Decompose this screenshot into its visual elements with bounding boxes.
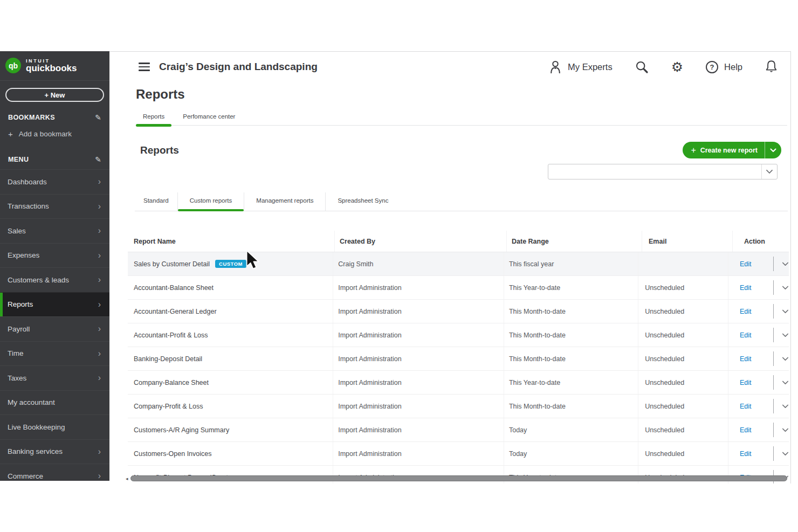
edit-menu-pencil-icon[interactable]: ✎ [95, 155, 101, 164]
sidebar-item-transactions[interactable]: Transactions › [0, 194, 109, 219]
add-bookmark-button[interactable]: + Add a bookmark [0, 125, 109, 147]
edit-link[interactable]: Edit [740, 426, 754, 434]
email-cell: Unscheduled [638, 323, 728, 347]
report-category-tabs: Standard Custom reports Management repor… [135, 192, 788, 211]
create-report-dropdown-toggle[interactable] [765, 142, 781, 158]
main-content: Craig’s Design and Landscaping My Expert… [109, 51, 791, 483]
email-cell: Unscheduled [638, 347, 728, 370]
help-button[interactable]: ? Help [706, 61, 742, 73]
new-button[interactable]: + New [5, 88, 104, 102]
report-name: Company-Balance Sheet [134, 379, 209, 386]
tab-spreadsheet-sync[interactable]: Spreadsheet Sync [325, 192, 400, 211]
sidebar-item-label: Commerce [8, 472, 43, 480]
created-by-cell: Import Administration [333, 418, 504, 441]
action-divider [773, 304, 774, 319]
edit-link[interactable]: Edit [740, 379, 754, 386]
menu-heading: MENU [8, 156, 29, 163]
hamburger-menu-icon[interactable] [139, 63, 150, 71]
table-row[interactable]: Banking-Deposit Detail Import Administra… [128, 347, 789, 371]
sidebar-item-sales[interactable]: Sales › [0, 218, 109, 243]
sidebar-item-label: Expenses [8, 251, 39, 259]
edit-bookmarks-pencil-icon[interactable]: ✎ [95, 113, 101, 122]
plus-icon: + [8, 129, 13, 139]
email-cell: Unscheduled [638, 418, 728, 441]
edit-link[interactable]: Edit [740, 331, 754, 339]
notifications-button[interactable] [765, 60, 778, 74]
tab-reports[interactable]: Reports [136, 113, 171, 125]
sidebar-item-label: My accountant [8, 398, 55, 406]
table-row[interactable]: Accountant-Profit & Loss Import Administ… [128, 323, 789, 347]
email-cell: Unscheduled [638, 371, 728, 394]
row-expand-toggle[interactable] [782, 333, 789, 337]
email-cell: Unscheduled [638, 442, 728, 465]
table-row[interactable]: Company-Balance Sheet Import Administrat… [128, 371, 789, 395]
row-expand-toggle[interactable] [782, 404, 789, 409]
date-range-cell: This Year-to-date [504, 371, 638, 394]
sidebar-item-payroll[interactable]: Payroll › [0, 316, 109, 341]
sidebar-item-reports[interactable]: Reports › [0, 292, 109, 317]
email-cell: Unscheduled [638, 276, 728, 299]
column-header-created-by: Created By [334, 231, 506, 252]
row-expand-toggle[interactable] [782, 309, 789, 314]
sidebar-item-live-bookkeeping[interactable]: Live Bookkeeping [0, 414, 109, 439]
report-name: Customers-A/R Aging Summary [134, 426, 229, 434]
report-search-dropdown-value [548, 164, 761, 179]
tab-standard[interactable]: Standard [135, 192, 177, 211]
row-expand-toggle[interactable] [782, 357, 789, 361]
sidebar-item-banking-services[interactable]: Banking services › [0, 439, 109, 464]
scroll-left-arrow-icon[interactable]: ◂ [126, 476, 128, 481]
settings-button[interactable]: ⚙ [671, 60, 683, 74]
create-new-report-button[interactable]: + Create new report [683, 142, 781, 158]
sidebar-item-commerce[interactable]: Commerce › [0, 464, 109, 481]
chevron-down-icon [782, 333, 789, 337]
edit-link[interactable]: Edit [740, 403, 754, 410]
company-name: Craig’s Design and Landscaping [159, 61, 318, 73]
date-range-cell: This Year-to-date [504, 276, 638, 299]
my-experts-button[interactable]: My Experts [549, 60, 613, 74]
custom-reports-table: Report Name Created By Date Range Email … [128, 231, 789, 483]
table-header-row: Report Name Created By Date Range Email … [128, 231, 789, 252]
column-header-date-range: Date Range [506, 231, 642, 252]
search-button[interactable] [635, 60, 649, 74]
sidebar-item-label: Live Bookkeeping [8, 423, 65, 431]
sidebar-item-dashboards[interactable]: Dashboards › [0, 169, 109, 194]
edit-link[interactable]: Edit [740, 284, 754, 292]
row-expand-toggle[interactable] [782, 381, 789, 385]
table-row[interactable]: Customers-Open Invoices Import Administr… [128, 442, 789, 466]
horizontal-scrollbar-thumb[interactable] [130, 475, 787, 481]
edit-link[interactable]: Edit [740, 308, 754, 315]
help-label: Help [724, 62, 742, 72]
table-row[interactable]: Customers-A/R Aging Summary Import Admin… [128, 418, 789, 442]
tab-management-reports[interactable]: Management reports [244, 192, 325, 211]
bookmarks-heading: BOOKMARKS [8, 114, 55, 121]
tab-custom-reports[interactable]: Custom reports [177, 192, 244, 211]
row-expand-toggle[interactable] [782, 428, 789, 432]
report-search-dropdown[interactable] [548, 164, 778, 179]
row-expand-toggle[interactable] [782, 262, 789, 266]
edit-link[interactable]: Edit [740, 260, 754, 268]
sidebar-item-label: Dashboards [8, 178, 47, 186]
table-row[interactable]: Company-Profit & Loss Import Administrat… [128, 395, 789, 418]
quickbooks-wordmark: quickbooks [26, 64, 77, 73]
sidebar-item-taxes[interactable]: Taxes › [0, 365, 109, 390]
table-row[interactable]: Sales by Customer Detail CUSTOM Craig Sm… [128, 252, 789, 276]
sidebar-item-customers-leads[interactable]: Customers & leads › [0, 267, 109, 292]
row-expand-toggle[interactable] [782, 286, 789, 290]
edit-link[interactable]: Edit [740, 355, 754, 363]
sidebar-item-time[interactable]: Time › [0, 341, 109, 366]
sidebar-item-my-accountant[interactable]: My accountant [0, 390, 109, 415]
edit-link[interactable]: Edit [740, 450, 754, 458]
table-row[interactable]: Accountant-General Ledger Import Adminis… [128, 300, 789, 323]
tab-performance-center[interactable]: Perfomance center [176, 113, 242, 125]
report-name: Company-Profit & Loss [134, 403, 203, 410]
row-expand-toggle[interactable] [782, 452, 789, 456]
plus-icon: + [691, 146, 696, 155]
dropdown-caret[interactable] [761, 164, 777, 179]
sidebar-item-label: Taxes [8, 374, 26, 382]
created-by-cell: Import Administration [333, 300, 504, 323]
sidebar-item-expenses[interactable]: Expenses › [0, 243, 109, 268]
column-header-email: Email [642, 231, 732, 252]
chevron-right-icon: › [98, 324, 101, 333]
email-cell: Unscheduled [638, 395, 728, 418]
table-row[interactable]: Accountant-Balance Sheet Import Administ… [128, 276, 789, 300]
